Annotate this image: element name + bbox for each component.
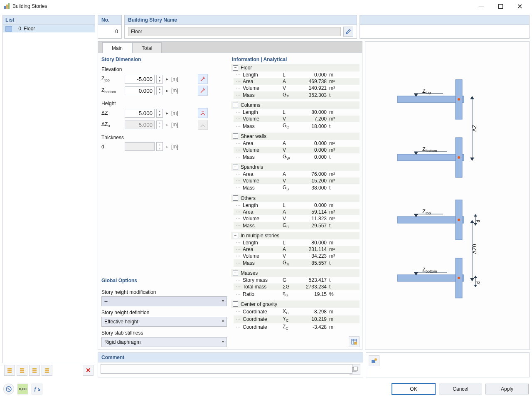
dz-spinner[interactable]: ▲▼ <box>156 109 163 118</box>
section-header[interactable]: −Floor <box>231 64 360 71</box>
z-bottom-spinner[interactable]: ▲▼ <box>156 86 163 95</box>
svg-text:top: top <box>426 211 431 215</box>
collapse-icon[interactable]: − <box>233 133 238 139</box>
info-row: ⋯Total massΣG2733.234t <box>234 283 360 290</box>
units-button[interactable]: 0,00 <box>17 384 28 394</box>
svg-rect-7 <box>20 368 24 369</box>
info-row: ⋯CoordinateZC-3.428m <box>234 323 360 331</box>
collapse-icon[interactable]: − <box>233 65 238 71</box>
info-row: ⋯VolumeV7.200m³ <box>234 116 360 122</box>
titlebar: Building Stories — ✕ <box>0 0 532 12</box>
info-row: ⋯VolumeV140.921m³ <box>234 85 360 91</box>
svg-rect-3 <box>498 4 502 8</box>
tab-main[interactable]: Main <box>102 42 132 53</box>
slab-stiff-label: Story slab stiffness <box>101 330 227 336</box>
apply-button[interactable]: Apply <box>485 384 529 394</box>
z-top-spinner[interactable]: ▲▼ <box>156 75 163 84</box>
section-title: Center of gravity <box>241 301 277 307</box>
svg-text:Z: Z <box>422 146 426 152</box>
section-title: Shear walls <box>241 133 266 139</box>
dz0-spinner: ▲▼ <box>156 121 163 129</box>
section-header[interactable]: −In multiple stories <box>231 232 360 239</box>
info-row: ⋯VolumeV11.823m³ <box>234 215 360 222</box>
sort-button[interactable] <box>42 365 52 376</box>
unit-label: [m] <box>171 144 180 150</box>
add-below-button[interactable] <box>17 365 27 376</box>
close-button[interactable]: ✕ <box>514 2 525 11</box>
collapse-icon[interactable]: − <box>233 271 238 276</box>
svg-rect-9 <box>20 372 24 373</box>
height-label: Height <box>101 101 227 106</box>
dz-input[interactable] <box>125 109 155 118</box>
unit-label: [m] <box>171 88 180 94</box>
section-header[interactable]: −Columns <box>231 101 360 109</box>
pick-dz0-button <box>198 120 208 130</box>
dz-label: ΔZ <box>101 110 123 116</box>
collapse-icon[interactable]: − <box>233 233 238 238</box>
section-header[interactable]: −Masses <box>231 269 360 277</box>
formula-button[interactable]: ƒ↘ <box>32 384 42 394</box>
chevron-right-icon: ▸ <box>165 144 170 150</box>
story-color-icon <box>5 26 12 32</box>
info-table-button[interactable] <box>349 336 360 347</box>
story-name-input[interactable]: Floor <box>128 27 341 36</box>
height-def-select[interactable]: Effective height <box>101 317 227 327</box>
info-row: ⋯MassGW0.000t <box>234 153 360 161</box>
story-dimension-header: Story Dimension <box>101 57 227 62</box>
d-spinner: ▲▼ <box>156 142 163 151</box>
collapse-icon[interactable]: − <box>233 103 238 108</box>
svg-rect-44 <box>354 367 357 371</box>
view-settings-button[interactable] <box>369 355 379 366</box>
section-title: Columns <box>241 102 260 108</box>
section-title: Spandrels <box>241 164 263 170</box>
chevron-right-icon[interactable]: ▸ <box>165 110 170 116</box>
copy-story-button[interactable] <box>29 365 40 376</box>
minimize-button[interactable]: — <box>475 2 487 11</box>
info-row: ⋯AreaA469.738m² <box>234 78 360 85</box>
section-header[interactable]: −Spandrels <box>231 163 360 171</box>
info-row: ⋯CoordinateXC8.298m <box>234 308 360 315</box>
slab-stiff-select[interactable]: Rigid diaphragm <box>101 337 227 347</box>
add-above-button[interactable] <box>4 365 15 376</box>
ok-button[interactable]: OK <box>392 383 436 395</box>
delete-button[interactable]: ✕ <box>83 365 94 376</box>
maximize-button[interactable] <box>495 2 506 11</box>
global-options-header: Global Options <box>101 278 227 283</box>
section-header[interactable]: −Others <box>231 195 360 202</box>
story-list[interactable]: 0 Floor <box>3 25 95 363</box>
pick-z-top-button[interactable] <box>198 74 208 84</box>
preview-header-spacer <box>360 15 530 39</box>
comment-input[interactable] <box>101 364 352 374</box>
svg-rect-8 <box>20 370 24 371</box>
dz0-input <box>125 121 155 129</box>
height-mod-select[interactable]: -- <box>101 296 227 306</box>
collapse-icon[interactable]: − <box>233 165 238 170</box>
unit-label: [m] <box>171 76 180 82</box>
svg-text:d: d <box>475 281 480 283</box>
elevation-label: Elevation <box>101 66 227 72</box>
section-title: Others <box>241 195 256 201</box>
help-button[interactable] <box>3 384 14 394</box>
svg-rect-19 <box>355 342 357 345</box>
svg-text:ΔZ: ΔZ <box>471 125 478 132</box>
pick-z-bottom-button[interactable] <box>198 86 208 96</box>
collapse-icon[interactable]: − <box>233 195 238 201</box>
section-header[interactable]: −Shear walls <box>231 133 360 140</box>
section-header[interactable]: −Center of gravity <box>231 300 360 308</box>
chevron-right-icon[interactable]: ▸ <box>165 88 170 94</box>
cancel-button[interactable]: Cancel <box>439 384 482 394</box>
svg-rect-13 <box>45 368 49 369</box>
rename-button[interactable] <box>343 27 353 37</box>
svg-text:bottom: bottom <box>426 269 437 273</box>
pick-dz-button[interactable] <box>198 108 208 118</box>
z-bottom-input[interactable] <box>125 86 155 95</box>
story-number-field: No. 0 <box>98 15 122 39</box>
chevron-right-icon[interactable]: ▸ <box>165 76 170 82</box>
info-row: ⋯LengthL0.000m <box>234 71 360 78</box>
collapse-icon[interactable]: − <box>233 301 238 307</box>
story-name-field: Building Story Name Floor <box>124 15 357 39</box>
z-top-input[interactable] <box>125 75 155 84</box>
height-def-label: Story height definition <box>101 310 227 315</box>
tab-total[interactable]: Total <box>132 42 162 53</box>
list-item[interactable]: 0 Floor <box>3 25 95 32</box>
